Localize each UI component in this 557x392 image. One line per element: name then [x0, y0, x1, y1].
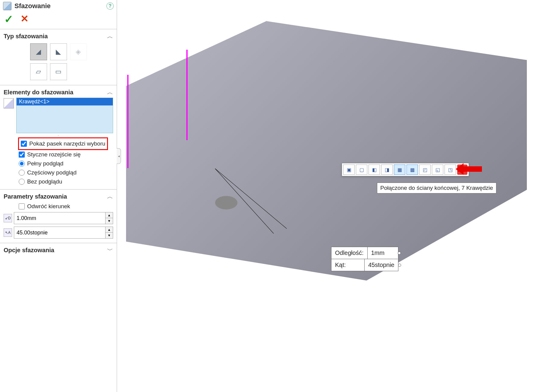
- dimension-callout[interactable]: Odległość: 1mm Kąt: 45stopnie: [331, 247, 398, 271]
- section-items: Elementy do sfazowania ︿ Krawędź<1> ◦ Po…: [0, 85, 117, 189]
- tangent-label: Styczne rozejście się: [27, 151, 81, 158]
- ctx-right-face-button[interactable]: ◨: [381, 165, 393, 175]
- ctx-inner-loop-button[interactable]: ▣: [343, 165, 355, 175]
- chamfer-icon: [3, 2, 11, 10]
- preview-none-input[interactable]: [19, 179, 25, 185]
- annotation-arrow: [458, 166, 482, 172]
- graphics-viewport[interactable]: ▣ ▢ ◧ ◨ ▦ ▩ ◰ ◱ ◳ ✕ Połączone do ściany …: [117, 0, 557, 392]
- type-distance-distance-button[interactable]: ◣: [50, 43, 67, 60]
- panel-title: Sfazowanie: [14, 2, 51, 10]
- show-toolbar-checkbox[interactable]: Pokaż pasek narzędzi wyboru: [20, 139, 106, 148]
- tangent-input[interactable]: [19, 152, 25, 158]
- edge-highlight: [186, 50, 188, 140]
- distance-input[interactable]: [14, 212, 105, 224]
- callout-distance-label: Odległość:: [331, 247, 368, 259]
- section-chamfer-type: Typ sfazowania ︿ ◢ ◣ ◈ ▱ ▭: [0, 29, 117, 85]
- distance-spinner[interactable]: ▲ ▼: [14, 212, 113, 224]
- section-params: Parametry sfazowania ︿ Odwróć kierunek ↙…: [0, 189, 117, 243]
- section-header-type[interactable]: Typ sfazowania ︿: [4, 31, 113, 42]
- preview-none-label: Bez podglądu: [27, 178, 62, 185]
- drag-handle-icon[interactable]: [398, 264, 401, 267]
- drag-handle-icon[interactable]: [398, 252, 401, 255]
- type-angle-distance-button[interactable]: ◢: [30, 43, 47, 60]
- ctx-connected-end-button[interactable]: ▦: [394, 165, 405, 175]
- preview-none-radio[interactable]: Bez podglądu: [18, 177, 113, 186]
- edge-highlight: [127, 75, 128, 168]
- section-title-params: Parametry sfazowania: [4, 193, 67, 200]
- selection-tooltip: Połączone do ściany końcowej, 7 Krawędzi…: [377, 183, 496, 193]
- callout-angle-value[interactable]: 45stopnie: [365, 259, 398, 271]
- ctx-body-button[interactable]: ◰: [419, 165, 431, 175]
- property-panel: Sfazowanie ? ✓ ✕ Typ sfazowania ︿ ◢ ◣ ◈ …: [0, 0, 117, 392]
- type-face-face-button[interactable]: ▱: [30, 63, 47, 80]
- tangent-checkbox[interactable]: Styczne rozejście się: [18, 150, 113, 159]
- preview-full-radio[interactable]: Pełny podgląd: [18, 159, 113, 168]
- selection-filter-icon[interactable]: [4, 98, 14, 108]
- chevron-up-icon: ︿: [107, 193, 113, 201]
- panel-collapse-handle[interactable]: ◂: [117, 148, 121, 164]
- preview-full-label: Pełny podgląd: [27, 160, 63, 167]
- chevron-up-icon: ︿: [107, 32, 113, 40]
- selection-item[interactable]: Krawędź<1>: [17, 98, 113, 105]
- panel-header: Sfazowanie ?: [0, 0, 117, 12]
- chevron-up-icon: ︿: [107, 88, 113, 96]
- section-options: Opcje sfazowania ﹀: [0, 243, 117, 259]
- angle-row: ↖A ▲ ▼: [4, 225, 113, 240]
- cancel-button[interactable]: ✕: [21, 14, 29, 25]
- distance-down-button[interactable]: ▼: [106, 218, 113, 224]
- callout-distance-text: 1mm: [371, 249, 385, 256]
- help-icon[interactable]: ?: [106, 2, 114, 10]
- angle-down-button[interactable]: ▼: [106, 233, 113, 238]
- ctx-translate-button[interactable]: ◱: [432, 165, 443, 175]
- chevron-down-icon: ﹀: [107, 246, 113, 254]
- ctx-outer-loop-button[interactable]: ▢: [356, 165, 367, 175]
- ctx-left-face-button[interactable]: ◧: [369, 165, 380, 175]
- callout-distance-value[interactable]: 1mm: [368, 247, 398, 259]
- ctx-feature-button[interactable]: ▩: [407, 165, 418, 175]
- reverse-input[interactable]: [19, 203, 25, 209]
- chamfer-type-grid: ◢ ◣ ◈ ▱ ▭: [4, 42, 113, 82]
- callout-angle-text: 45stopnie: [368, 262, 394, 268]
- type-vertex-button: ◈: [70, 43, 87, 60]
- section-header-params[interactable]: Parametry sfazowania ︿: [4, 191, 113, 202]
- selection-row: Krawędź<1>: [4, 98, 113, 133]
- confirm-row: ✓ ✕: [0, 12, 117, 29]
- angle-up-button[interactable]: ▲: [106, 227, 113, 233]
- preview-full-input[interactable]: [19, 161, 25, 167]
- preview-partial-label: Częściowy podgląd: [27, 169, 77, 176]
- section-title-options: Opcje sfazowania: [4, 247, 54, 254]
- angle-input[interactable]: [14, 227, 105, 238]
- callout-angle-label: Kąt:: [331, 259, 365, 271]
- section-title-type: Typ sfazowania: [4, 33, 48, 40]
- show-toolbar-label: Pokaż pasek narzędzi wyboru: [29, 140, 105, 147]
- distance-up-button[interactable]: ▲: [106, 212, 113, 218]
- ok-button[interactable]: ✓: [4, 14, 13, 25]
- section-header-options[interactable]: Opcje sfazowania ﹀: [4, 245, 113, 256]
- section-header-items[interactable]: Elementy do sfazowania ︿: [4, 87, 113, 98]
- preview-partial-radio[interactable]: Częściowy podgląd: [18, 168, 113, 177]
- angle-icon: ↖A: [4, 228, 12, 237]
- reverse-label: Odwróć kierunek: [27, 203, 70, 210]
- selection-list[interactable]: Krawędź<1>: [16, 98, 113, 133]
- type-offset-face-button[interactable]: ▭: [50, 63, 67, 80]
- distance-icon: ↙D: [4, 214, 12, 222]
- angle-spinner[interactable]: ▲ ▼: [14, 227, 113, 239]
- distance-row: ↙D ▲ ▼: [4, 211, 113, 225]
- highlight-frame: Pokaż pasek narzędzi wyboru: [18, 137, 108, 150]
- reverse-checkbox[interactable]: Odwróć kierunek: [18, 202, 113, 211]
- show-toolbar-input[interactable]: [21, 141, 27, 147]
- section-title-items: Elementy do sfazowania: [4, 89, 73, 96]
- preview-partial-input[interactable]: [19, 170, 25, 176]
- list-resize-grip[interactable]: ◦: [4, 133, 113, 137]
